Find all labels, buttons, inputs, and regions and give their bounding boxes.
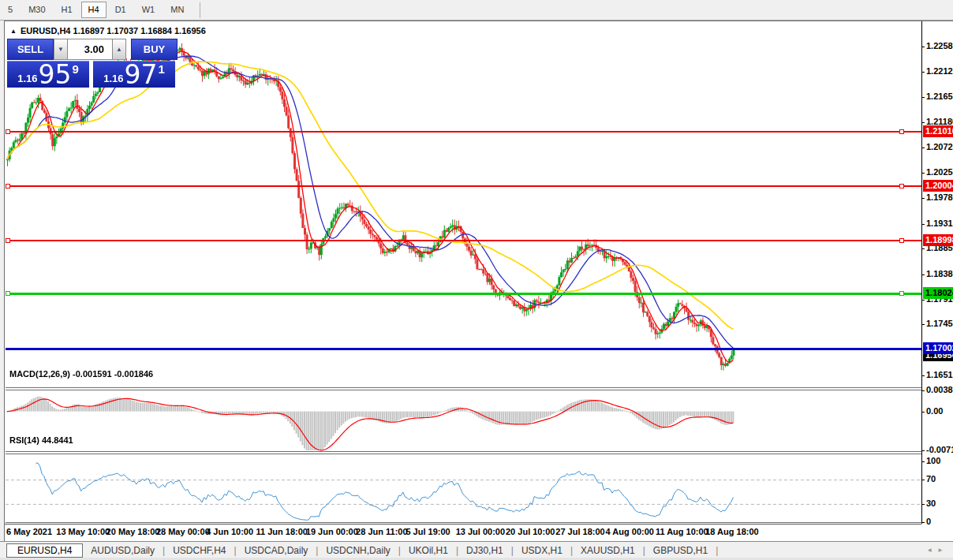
time-axis: 6 May 202113 May 10:0020 May 18:0028 May…	[5, 524, 921, 542]
rsi-indicator-label: RSI(14) 44.8441	[9, 435, 73, 445]
time-axis-label: 13 Jul 00:00	[456, 527, 505, 536]
time-axis-label: 6 May 2021	[6, 527, 52, 536]
collapse-trade-panel-icon[interactable]: ▲	[10, 28, 17, 35]
rsi-axis-tick: 0	[926, 517, 931, 526]
price-axis: 1.225801.221201.216501.211801.207201.202…	[921, 21, 953, 524]
sell-price-tile[interactable]: 1.16 95 9	[7, 61, 89, 88]
time-axis-label: 11 Jun 18:00	[256, 527, 308, 536]
macd-axis-tick: 0.003873	[926, 385, 953, 394]
tab-separator: |	[716, 545, 718, 556]
buy-button[interactable]: BUY	[131, 39, 178, 60]
chart-ohlc-header: ▲EURUSD,H4 1.16897 1.17037 1.16884 1.169…	[10, 26, 206, 35]
price-axis-tick: 1.22120	[926, 66, 953, 76]
chart-tab-gbpusd-h1[interactable]: GBPUSD,H1	[645, 544, 716, 557]
chart-tab-eurusd-h4[interactable]: EURUSD,H4	[6, 543, 83, 558]
time-axis-label: 11 Aug 10:00	[656, 527, 708, 536]
volume-input[interactable]: 3.00	[68, 39, 112, 60]
time-axis-label: 19 Jun 00:00	[306, 527, 358, 536]
time-axis-label: 20 Jul 10:00	[506, 527, 555, 536]
price-axis-tick: 1.22580	[926, 41, 953, 50]
buy-price-prefix: 1.16	[103, 73, 123, 84]
sell-price-prefix: 1.16	[17, 73, 37, 84]
macd-indicator-label: MACD(12,26,9) -0.001591 -0.001846	[9, 369, 153, 379]
chart-tab-usdchf-h4[interactable]: USDCHF,H4	[165, 544, 234, 557]
chart-tab-usdx-h1[interactable]: USDX,H1	[514, 544, 570, 557]
chart-title: EURUSD,H4 1.16897 1.17037 1.16884 1.1695…	[21, 26, 206, 35]
level-price-label: 1.21010	[923, 125, 953, 137]
sell-price-big: 95	[38, 62, 71, 88]
level-price-label: 1.20004	[923, 180, 953, 192]
chart-tab-xauusd-h1[interactable]: XAUUSD,H1	[573, 544, 643, 557]
timeframe-button-h4[interactable]: H4	[81, 2, 107, 18]
buy-price-pip: 1	[158, 62, 164, 76]
price-axis-tick: 1.20720	[926, 142, 953, 151]
rsi-axis-tick: 30	[926, 498, 936, 508]
chevron-up-icon: ▲	[116, 46, 122, 53]
sell-button[interactable]: SELL	[7, 39, 54, 60]
time-axis-label: 5 Jul 19:00	[405, 527, 450, 536]
timeframe-toolbar: 5M30H1H4D1W1MN	[0, 0, 953, 21]
tab-scroll-right-icon[interactable]: ►	[937, 547, 948, 554]
price-axis-tick: 1.16510	[926, 370, 953, 379]
chart-tab-ukoil-h1[interactable]: UKOil,H1	[401, 544, 456, 557]
one-click-trading-panel: SELL ▼ 3.00 ▲ BUY 1.16 95 9 1.16 97 1	[7, 39, 180, 88]
timeframe-button-d1[interactable]: D1	[108, 2, 133, 18]
macd-axis-tick: 0.00	[926, 406, 943, 416]
price-axis-tick: 1.21650	[926, 91, 953, 101]
rsi-axis-tick: 100	[926, 456, 940, 465]
time-axis-label: 13 May 10:00	[56, 527, 110, 536]
time-axis-label: 28 May 00:00	[156, 527, 210, 536]
mt4-terminal: 5M30H1H4D1W1MN ▲EURUSD,H4 1.16897 1.1703…	[0, 0, 953, 560]
volume-decrease-button[interactable]: ▼	[54, 39, 68, 60]
timeframe-button-5[interactable]: 5	[1, 2, 20, 18]
time-axis-label: 4 Jun 10:00	[206, 527, 253, 536]
time-axis-label: 18 Aug 18:00	[705, 527, 758, 536]
sell-price-pip: 9	[72, 62, 78, 76]
price-axis-tick: 1.17450	[926, 319, 953, 328]
price-axis-tick: 1.18380	[926, 269, 953, 278]
timeframe-button-m30[interactable]: M30	[21, 2, 52, 18]
macd-axis-tick: -0.007195	[926, 445, 953, 454]
chart-tab-usdcnh-daily[interactable]: USDCNH,Daily	[318, 544, 398, 557]
chart-tab-audusd-daily[interactable]: AUDUSD,Daily	[83, 544, 163, 557]
price-axis-tick: 1.20250	[926, 167, 953, 177]
buy-price-tile[interactable]: 1.16 97 1	[93, 61, 175, 88]
volume-increase-button[interactable]: ▲	[112, 39, 126, 60]
timeframe-button-h1[interactable]: H1	[54, 2, 80, 18]
level-price-label: 1.17002	[923, 342, 953, 354]
time-axis-label: 27 Jul 18:00	[555, 527, 604, 536]
chart-tab-bar: EURUSD,H4AUDUSD,Daily|USDCHF,H4|USDCAD,D…	[0, 541, 953, 558]
time-axis-label: 20 May 18:00	[107, 527, 160, 536]
price-axis-tick: 1.19780	[926, 192, 953, 202]
time-axis-label: 28 Jun 11:00	[356, 527, 407, 536]
chart-tab-usdcad-daily[interactable]: USDCAD,Daily	[237, 544, 316, 557]
chevron-down-icon: ▼	[58, 46, 64, 53]
chart-tab-dj30-h1[interactable]: DJ30,H1	[458, 544, 511, 557]
tab-scroll-left-icon[interactable]: ◄	[926, 547, 937, 554]
time-axis-label: 4 Aug 00:00	[606, 527, 654, 536]
price-axis-tick: 1.19310	[926, 218, 953, 228]
level-price-label: 1.18998	[923, 234, 953, 246]
level-price-label: 1.18024	[923, 287, 953, 299]
timeframe-button-mn[interactable]: MN	[163, 2, 191, 18]
rsi-axis-tick: 70	[926, 474, 936, 483]
chart-window: ▲EURUSD,H4 1.16897 1.17037 1.16884 1.169…	[4, 21, 953, 541]
timeframe-button-w1[interactable]: W1	[135, 2, 163, 18]
buy-price-big: 97	[124, 62, 157, 88]
price-chart-canvas[interactable]	[6, 38, 921, 523]
toolbar-separator	[200, 2, 200, 18]
